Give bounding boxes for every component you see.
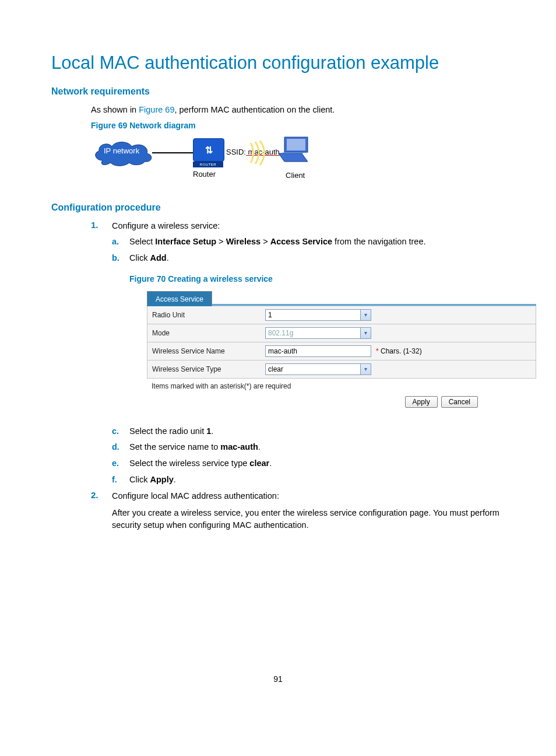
page-number: 91 xyxy=(0,674,556,684)
label-mode: Mode xyxy=(147,328,265,338)
label-radio-unit: Radio Unit xyxy=(147,310,265,320)
step-1a: a. Select Interface Setup > Wireless > A… xyxy=(112,236,505,249)
step-2-text: Configure local MAC address authenticati… xyxy=(112,491,279,501)
step-1-text: Configure a wireless service: xyxy=(112,221,220,230)
row-service-type: Wireless Service Type clear ▾ xyxy=(147,360,536,379)
laptop-icon xyxy=(276,136,311,163)
section-configuration-procedure: Configuration procedure xyxy=(51,202,505,213)
router-label: Router xyxy=(193,170,216,178)
row-service-name: Wireless Service Name mac-auth * Chars. … xyxy=(147,342,536,360)
section-network-requirements: Network requirements xyxy=(51,86,505,97)
label-service-name: Wireless Service Name xyxy=(147,346,265,356)
step-1e: e. Select the wireless service type clea… xyxy=(112,457,505,470)
step-1-number: 1. xyxy=(91,220,98,230)
router-icon: ⇅ ROUTER xyxy=(193,138,223,166)
client-label: Client xyxy=(286,171,305,180)
step-1c: c. Select the radio unit 1. xyxy=(112,425,505,438)
apply-button[interactable]: Apply xyxy=(405,396,438,408)
step-2-paragraph: After you create a wireless service, you… xyxy=(112,507,505,531)
connection-line xyxy=(152,152,194,153)
chevron-down-icon[interactable]: ▾ xyxy=(360,364,371,374)
figure-70-ui: Access Service Radio Unit 1 ▾ Mode xyxy=(147,291,536,408)
step-1: 1. Configure a wireless service: a. Sele… xyxy=(91,220,505,487)
svg-marker-3 xyxy=(279,152,308,153)
step-1c-letter: c. xyxy=(112,425,119,438)
step-1d-letter: d. xyxy=(112,441,119,454)
figure-69-link[interactable]: Figure 69 xyxy=(139,105,174,114)
chevron-down-icon[interactable]: ▾ xyxy=(360,310,371,320)
chevron-down-icon[interactable]: ▾ xyxy=(360,328,371,338)
row-radio-unit: Radio Unit 1 ▾ xyxy=(147,306,536,324)
router-arrows-icon: ⇅ xyxy=(205,145,213,156)
label-service-type: Wireless Service Type xyxy=(147,364,265,374)
step-1b: b. Click Add. Figure 70 Creating a wirel… xyxy=(112,252,505,408)
router-band-label: ROUTER xyxy=(193,162,223,167)
dropdown-mode[interactable]: 802.11g ▾ xyxy=(265,327,371,339)
step-1f-letter: f. xyxy=(112,474,117,487)
step-2: 2. Configure local MAC address authentic… xyxy=(91,490,505,531)
wireless-waves-icon xyxy=(247,139,274,166)
required-note: Items marked with an asterisk(*) are req… xyxy=(147,379,536,391)
step-1d: d. Set the service name to mac-auth. xyxy=(112,441,505,454)
input-service-name[interactable]: mac-auth xyxy=(265,345,371,357)
step-1e-letter: e. xyxy=(112,457,119,470)
step-1f: f. Click Apply. xyxy=(112,474,505,487)
ip-network-label: IP network xyxy=(104,146,139,155)
tab-access-service[interactable]: Access Service xyxy=(147,291,212,306)
intro-paragraph: As shown in Figure 69, perform MAC authe… xyxy=(91,104,505,116)
svg-marker-2 xyxy=(279,153,308,162)
cancel-button[interactable]: Cancel xyxy=(441,396,478,408)
svg-marker-1 xyxy=(287,139,305,150)
network-diagram: IP network ⇅ ROUTER Router SSID: mac-aut… xyxy=(91,136,324,188)
step-1b-letter: b. xyxy=(112,252,119,265)
intro-prefix: As shown in xyxy=(91,105,139,114)
figure-69-caption: Figure 69 Network diagram xyxy=(91,121,505,130)
row-mode: Mode 802.11g ▾ xyxy=(147,324,536,342)
dropdown-radio-unit[interactable]: 1 ▾ xyxy=(265,309,371,321)
hint-service-name: * Chars. (1-32) xyxy=(376,346,422,356)
step-2-number: 2. xyxy=(91,490,98,500)
figure-70-caption: Figure 70 Creating a wireless service xyxy=(129,273,505,285)
page-title: Local MAC authentication configuration e… xyxy=(51,52,505,74)
step-1a-letter: a. xyxy=(112,236,119,249)
intro-suffix: , perform MAC authentication on the clie… xyxy=(174,105,335,114)
dropdown-service-type[interactable]: clear ▾ xyxy=(265,363,371,375)
